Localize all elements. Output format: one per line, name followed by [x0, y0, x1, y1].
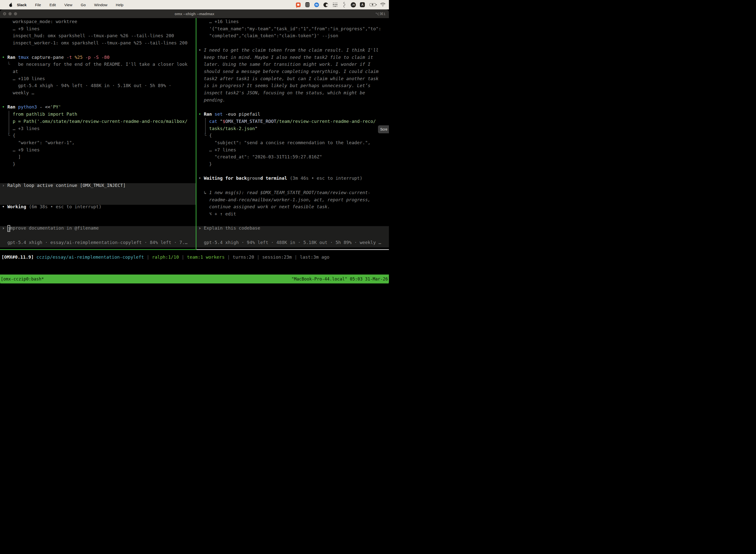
terminal-line: readme-and-reco/mailbox/worker-1.json, a… [198, 196, 371, 204]
chat-app-icon[interactable] [296, 2, 301, 7]
terminal-line: … +16 lines [198, 18, 239, 25]
menu-item-edit[interactable]: Edit [45, 3, 60, 7]
right-pane-bottom-border [196, 249, 389, 250]
squiggle-icon[interactable] [341, 2, 347, 7]
terminal-line: should send a message before completing … [198, 68, 378, 75]
omx-status-line: [OMX#0.11.9] cczip/essay/ai-reimplementa… [1, 254, 329, 261]
terminal-line: workspace_mode: worktree [2, 18, 77, 25]
terminal-line: ⌥ + ↑ edit [198, 211, 236, 218]
terminal-line: › Explain this codebase [198, 225, 260, 232]
menu-item-slack[interactable]: Slack [17, 3, 31, 7]
terminal-line: '{"team_name":"my-team","task_id":"1","f… [198, 25, 381, 33]
menu-item-help[interactable]: Help [112, 3, 128, 7]
screenshot-overlay-button[interactable]: Scre [378, 125, 389, 133]
left-pane-bottom-border [0, 249, 196, 250]
screen: { "menu_bar": { "items": ["Slack", "File… [0, 0, 389, 285]
terminal-line: └ { [2, 132, 15, 139]
pie-chart-icon[interactable] [323, 2, 328, 7]
terminal-line: inspect_hud: omx sparkshell --tmux-pane … [2, 32, 174, 40]
tmux-host-clock: "MacBook-Pro-44.local" 05:03 31-Mar-26 [292, 275, 388, 283]
terminal-line: … +7 lines [198, 147, 236, 154]
tmux-session-label: [omx-cczip0:bash* [1, 275, 44, 283]
terminal-line: "completed","claim_token":"claim-token"}… [198, 32, 338, 40]
terminal-line: } [2, 161, 15, 168]
left-terminal-pane: workspace_mode: worktree … +9 lines insp… [0, 18, 196, 250]
terminal-line: • Waiting for background terminal (3m 46… [198, 175, 362, 182]
terminal-line: › Improve documentation in @filename [2, 225, 99, 232]
terminal-line: later. Using the same for transition mig… [198, 61, 371, 68]
terminal-line: ] [2, 153, 21, 161]
pane-divider[interactable] [196, 18, 196, 250]
terminal-line: … +110 lines [2, 75, 45, 82]
terminal-line: p = Path('.omx/state/team/review-current… [2, 118, 188, 125]
terminal-line: "created_at": "2026-03-31T11:59:27.816Z" [198, 153, 322, 161]
terminal-line: keep that in mind. Maybe I also need the… [198, 54, 373, 61]
blue-badge-icon[interactable] [314, 2, 319, 7]
terminal-window: omx --xhigh --madmax ⌥⌘1 workspace_mode:… [0, 9, 389, 285]
menu-item-window[interactable]: Window [90, 3, 112, 7]
menu-item-view[interactable]: View [60, 3, 76, 7]
terminal-line: "subject": "send a concise recommendatio… [198, 139, 371, 147]
window-title: omx --xhigh --madmax [0, 9, 389, 18]
terminal-line: inspect_worker-1: omx sparkshell --tmux-… [2, 40, 188, 47]
terminal-line: • Working (6m 38s • esc to interrupt) [2, 203, 102, 211]
wifi-icon[interactable] [380, 2, 385, 7]
badge-61-icon[interactable]: ..61 [351, 2, 356, 7]
macos-menu-bar: SlackFileEditViewGoWindowHelp [0, 0, 389, 9]
right-terminal-pane: … +16 lines '{"team_name":"my-team","tas… [196, 18, 389, 250]
input-source-icon[interactable]: A [360, 2, 365, 7]
terminal-line: inspect task2's JSON, focusing on the st… [198, 89, 365, 97]
terminal-line: is in progress? It seems likely but perh… [198, 82, 371, 89]
terminal-line: } [198, 161, 212, 168]
terminal-line: └ { [198, 132, 212, 139]
text-cursor: I [7, 225, 10, 232]
menu-items: SlackFileEditViewGoWindowHelp [17, 3, 128, 7]
menu-item-go[interactable]: Go [76, 3, 90, 7]
terminal-line: tasks/task-2.json" [198, 125, 257, 132]
terminal-line: continue assigned work or next feasible … [198, 203, 330, 211]
terminal-line: gpt-5.4 xhigh · 94% left · 488K in · 5.1… [2, 82, 171, 89]
terminal-line: cat "$OMX_TEAM_STATE_ROOT/team/review-cu… [198, 118, 376, 125]
menu-status-icons: ..61 A [296, 0, 385, 9]
terminal-line: … +9 lines [2, 147, 40, 154]
window-titlebar: omx --xhigh --madmax ⌥⌘1 [0, 9, 389, 18]
menu-item-file[interactable]: File [31, 3, 45, 7]
terminal-line: └ be necessary for the end of the README… [2, 61, 188, 68]
window-shortcut: ⌥⌘1 [375, 9, 385, 18]
terminal-line: weekly … [2, 89, 34, 97]
terminal-line: from pathlib import Path [2, 111, 77, 118]
tmux-status-bar: [omx-cczip0:bash* "MacBook-Pro-44.local"… [0, 275, 389, 283]
terminal-line: • Ran python3 - <<'PY' [2, 104, 61, 111]
terminal-line: › Ralph loop active continue [OMX_TMUX_I… [2, 182, 126, 189]
terminal-line: … +3 lines [2, 125, 40, 132]
terminal-line: "worker": "worker-1", [2, 139, 75, 147]
terminal-line: … +9 lines [2, 25, 40, 33]
terminal-line: gpt-5.4 xhigh · 94% left · 488K in · 5.1… [198, 239, 381, 246]
terminal-line: • I need to get the claim token from the… [198, 47, 378, 54]
terminal-line: ↳ 1 new msg(s): read $OMX_TEAM_STATE_ROO… [198, 189, 371, 196]
dots-grid-icon[interactable] [332, 2, 337, 7]
terminal-line: task2 after task1 is complete, but can I… [198, 75, 378, 82]
terminal-line: gpt-5.4 xhigh · essay/ai-reimplementatio… [2, 239, 188, 246]
terminal-line: pending. [198, 97, 225, 104]
terminal-line: • Ran tmux capture-pane -t %25 -p -S -80 [2, 54, 110, 61]
apple-menu-icon[interactable] [9, 3, 13, 7]
terminal-line: at [2, 68, 18, 75]
battery-icon[interactable] [369, 2, 376, 7]
keypad-shield-icon[interactable] [305, 2, 310, 7]
terminal-line: • Ran set -euo pipefail [198, 111, 260, 118]
